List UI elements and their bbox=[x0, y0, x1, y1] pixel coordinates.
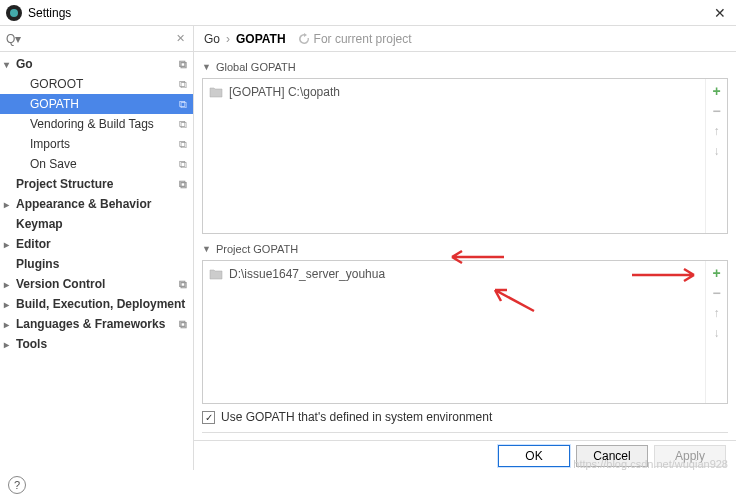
sidebar-item-version-control[interactable]: ▸Version Control⧉ bbox=[0, 274, 193, 294]
project-scope-icon: ⧉ bbox=[179, 158, 187, 171]
project-scope-icon: ⧉ bbox=[179, 98, 187, 111]
folder-icon bbox=[209, 268, 223, 280]
sidebar-item-go[interactable]: ▾Go⧉ bbox=[0, 54, 193, 74]
remove-global-gopath-button[interactable]: − bbox=[709, 103, 725, 119]
chevron-right-icon: ▸ bbox=[4, 299, 14, 310]
sidebar-item-goroot[interactable]: GOROOT⧉ bbox=[0, 74, 193, 94]
watermark: https://blog.csdn.net/wuqian928 bbox=[573, 458, 728, 470]
search-clear-icon[interactable]: ✕ bbox=[172, 32, 189, 45]
breadcrumb-top[interactable]: Go bbox=[204, 32, 220, 46]
project-scope-icon: ⧉ bbox=[179, 58, 187, 71]
sidebar-item-plugins[interactable]: Plugins bbox=[0, 254, 193, 274]
breadcrumb-scope: For current project bbox=[298, 32, 412, 46]
list-item[interactable]: [GOPATH] C:\gopath bbox=[209, 83, 699, 101]
chevron-down-icon: ▼ bbox=[202, 62, 212, 72]
move-down-button[interactable]: ↓ bbox=[709, 325, 725, 341]
breadcrumb-current: GOPATH bbox=[236, 32, 286, 46]
settings-sidebar: ✕ ▾Go⧉GOROOT⧉GOPATH⧉Vendoring & Build Ta… bbox=[0, 26, 194, 470]
chevron-down-icon: ▾ bbox=[4, 59, 14, 70]
settings-tree[interactable]: ▾Go⧉GOROOT⧉GOPATH⧉Vendoring & Build Tags… bbox=[0, 52, 193, 470]
project-scope-icon: ⧉ bbox=[179, 78, 187, 91]
svg-point-0 bbox=[10, 9, 18, 17]
use-env-gopath-checkbox[interactable]: ✓ Use GOPATH that's defined in system en… bbox=[202, 410, 728, 424]
sidebar-item-keymap[interactable]: Keymap bbox=[0, 214, 193, 234]
sidebar-item-vendoring-build-tags[interactable]: Vendoring & Build Tags⧉ bbox=[0, 114, 193, 134]
project-scope-icon: ⧉ bbox=[179, 118, 187, 131]
sidebar-item-build-execution-deployment[interactable]: ▸Build, Execution, Deployment bbox=[0, 294, 193, 314]
list-item[interactable]: D:\issue1647_server_youhua bbox=[209, 265, 699, 283]
chevron-right-icon: ▸ bbox=[4, 279, 14, 290]
checkbox-icon: ✓ bbox=[202, 411, 215, 424]
section-project-gopath-header[interactable]: ▼ Project GOPATH bbox=[202, 240, 728, 258]
project-scope-icon: ⧉ bbox=[179, 138, 187, 151]
remove-project-gopath-button[interactable]: − bbox=[709, 285, 725, 301]
sidebar-item-on-save[interactable]: On Save⧉ bbox=[0, 154, 193, 174]
app-icon bbox=[6, 5, 22, 21]
project-scope-icon: ⧉ bbox=[179, 178, 187, 191]
sidebar-item-project-structure[interactable]: Project Structure⧉ bbox=[0, 174, 193, 194]
chevron-right-icon: ▸ bbox=[4, 339, 14, 350]
section-global-gopath-header[interactable]: ▼ Global GOPATH bbox=[202, 58, 728, 76]
sidebar-item-gopath[interactable]: GOPATH⧉ bbox=[0, 94, 193, 114]
sidebar-item-tools[interactable]: ▸Tools bbox=[0, 334, 193, 354]
sidebar-item-languages-frameworks[interactable]: ▸Languages & Frameworks⧉ bbox=[0, 314, 193, 334]
add-project-gopath-button[interactable]: + bbox=[709, 265, 725, 281]
chevron-down-icon: ▼ bbox=[202, 244, 212, 254]
window-title: Settings bbox=[28, 6, 710, 20]
move-up-button[interactable]: ↑ bbox=[709, 305, 725, 321]
breadcrumb: Go › GOPATH For current project bbox=[194, 26, 736, 52]
move-up-button[interactable]: ↑ bbox=[709, 123, 725, 139]
help-button[interactable]: ? bbox=[8, 476, 26, 494]
sidebar-item-appearance-behavior[interactable]: ▸Appearance & Behavior bbox=[0, 194, 193, 214]
project-scope-icon bbox=[298, 33, 310, 45]
ok-button[interactable]: OK bbox=[498, 445, 570, 467]
sidebar-item-imports[interactable]: Imports⧉ bbox=[0, 134, 193, 154]
move-down-button[interactable]: ↓ bbox=[709, 143, 725, 159]
project-scope-icon: ⧉ bbox=[179, 278, 187, 291]
chevron-right-icon: ▸ bbox=[4, 319, 14, 330]
chevron-right-icon: ▸ bbox=[4, 239, 14, 250]
global-gopath-list: [GOPATH] C:\gopath + − ↑ ↓ bbox=[202, 78, 728, 234]
project-scope-icon: ⧉ bbox=[179, 318, 187, 331]
section-module-gopath-header[interactable]: ▶ Module GOPATH bbox=[202, 432, 728, 440]
sidebar-item-editor[interactable]: ▸Editor bbox=[0, 234, 193, 254]
chevron-right-icon: ▸ bbox=[4, 199, 14, 210]
project-gopath-list: D:\issue1647_server_youhua + − ↑ ↓ bbox=[202, 260, 728, 404]
folder-icon bbox=[209, 86, 223, 98]
chevron-right-icon: › bbox=[226, 32, 230, 46]
close-icon[interactable]: ✕ bbox=[710, 5, 730, 21]
search-input[interactable] bbox=[4, 30, 172, 48]
add-global-gopath-button[interactable]: + bbox=[709, 83, 725, 99]
